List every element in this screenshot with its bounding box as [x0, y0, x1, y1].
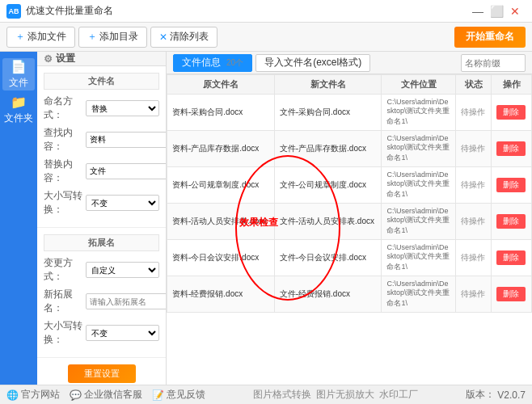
- cell-new-1: 文件-产品库存数据.docx: [274, 131, 382, 167]
- ext-change-select[interactable]: 自定义: [86, 262, 159, 278]
- cell-action-5: 删除: [492, 276, 532, 313]
- table-row: 资料-产品库存数据.docx 文件-产品库存数据.docx C:\Users\a…: [167, 131, 532, 167]
- version-info: 版本： V2.0.7: [466, 388, 526, 402]
- cell-action-0: 删除: [492, 95, 532, 131]
- add-folder-icon: ＋: [87, 30, 97, 44]
- delete-button-5[interactable]: 删除: [496, 287, 526, 301]
- file-count-badge: 20个: [226, 58, 243, 67]
- table-row: 资料-经费报销.docx 文件-经费报销.docx C:\Users\admin…: [167, 276, 532, 313]
- col-location: 文件位置: [382, 75, 456, 95]
- close-button[interactable]: ✕: [508, 5, 522, 18]
- cell-location-0: C:\Users\admin\Desktop\测试文件夹重命名1\: [382, 95, 456, 131]
- col-action: 操作: [492, 75, 532, 95]
- sidebar-item-file[interactable]: 📄 文件: [2, 58, 35, 90]
- cell-original-1: 资料-产品库存数据.docx: [167, 131, 275, 167]
- sidebar-item-folder[interactable]: 📁 文件夹: [2, 94, 35, 126]
- col-original: 原文件名: [167, 75, 275, 95]
- delete-button-2[interactable]: 删除: [496, 178, 526, 192]
- table-row: 资料-采购合同.docx 文件-采购合同.docx C:\Users\admin…: [167, 95, 532, 131]
- footer-wechat[interactable]: 💬 企业微信客服: [70, 388, 142, 402]
- cell-location-2: C:\Users\admin\Desktop\测试文件夹重命名1\: [382, 167, 456, 204]
- table-row: 资料-活动人员安排表.docx 文件-活动人员安排表.docx C:\Users…: [167, 204, 532, 240]
- cell-new-0: 文件-采购合同.docx: [274, 95, 382, 131]
- search-input[interactable]: [86, 132, 167, 148]
- filename-settings: 文件名 命名方式： 替换 查找内容： 替换内容： 大小写转换： 不变: [37, 66, 166, 228]
- filename-section-title: 文件名: [44, 73, 159, 90]
- cell-action-4: 删除: [492, 240, 532, 276]
- ext-case-label: 大小写转换：: [44, 319, 86, 347]
- cell-location-5: C:\Users\admin\Desktop\测试文件夹重命名1\: [382, 276, 456, 313]
- footer-feedback[interactable]: 📝 意见反馈: [152, 388, 205, 402]
- window-controls[interactable]: — ⬜ ✕: [470, 5, 522, 18]
- tab-file-info[interactable]: 文件信息 20个: [173, 54, 252, 72]
- reset-button[interactable]: 重置设置: [68, 364, 136, 383]
- maximize-button[interactable]: ⬜: [488, 5, 506, 18]
- footer-tool-img-upscale[interactable]: 图片无损放大: [316, 388, 374, 402]
- case-row: 大小写转换： 不变: [44, 189, 159, 217]
- naming-mode-row: 命名方式： 替换: [44, 95, 159, 122]
- delete-button-1[interactable]: 删除: [496, 141, 526, 156]
- replace-input[interactable]: [86, 163, 167, 179]
- delete-button-0[interactable]: 删除: [496, 105, 526, 120]
- naming-mode-select[interactable]: 替换: [86, 100, 159, 116]
- footer-tools: 图片格式转换 图片无损放大 水印工厂: [253, 388, 418, 402]
- footer-tool-watermark[interactable]: 水印工厂: [379, 388, 418, 402]
- search-row: 查找内容：: [44, 126, 159, 154]
- cell-original-0: 资料-采购合同.docx: [167, 95, 275, 131]
- col-new: 新文件名: [274, 75, 382, 95]
- ext-new-row: 新拓展名：: [44, 288, 159, 315]
- add-file-icon: ＋: [15, 30, 25, 44]
- ext-new-label: 新拓展名：: [44, 288, 86, 315]
- cell-original-5: 资料-经费报销.docx: [167, 276, 275, 313]
- add-file-button[interactable]: ＋ 添加文件: [6, 27, 75, 48]
- add-folder-button[interactable]: ＋ 添加目录: [78, 27, 147, 48]
- search-label: 查找内容：: [44, 126, 86, 154]
- table-header-row: 原文件名 新文件名 文件位置 状态 操作: [167, 75, 532, 95]
- wechat-icon: 💬: [70, 389, 82, 401]
- table-row: 资料-今日会议安排.docx 文件-今日会议安排.docx C:\Users\a…: [167, 240, 532, 276]
- clear-list-button[interactable]: ✕ 清除列表: [150, 27, 217, 48]
- table-row: 资料-公司规章制度.docx 文件-公司规章制度.docx C:\Users\a…: [167, 167, 532, 204]
- ext-change-row: 变更方式： 自定义: [44, 256, 159, 284]
- delete-button-4[interactable]: 删除: [496, 250, 526, 265]
- footer: 🌐 官方网站 💬 企业微信客服 📝 意见反馈 图片格式转换 图片无损放大 水印工…: [0, 385, 532, 404]
- cell-status-1: 待操作: [456, 131, 492, 167]
- ext-section-title: 拓展名: [44, 234, 159, 251]
- cell-location-1: C:\Users\admin\Desktop\测试文件夹重命名1\: [382, 131, 456, 167]
- feedback-icon: 📝: [152, 389, 164, 401]
- name-prefix-input[interactable]: [461, 54, 526, 72]
- col-status: 状态: [456, 75, 492, 95]
- title-bar: AB 优速文件批量重命名 — ⬜ ✕: [0, 0, 532, 23]
- cell-original-2: 资料-公司规章制度.docx: [167, 167, 275, 204]
- case-select[interactable]: 不变: [86, 195, 159, 211]
- ext-new-input[interactable]: [86, 293, 167, 309]
- replace-label: 替换内容：: [44, 158, 86, 185]
- naming-mode-label: 命名方式：: [44, 95, 86, 122]
- clear-icon: ✕: [159, 32, 167, 43]
- folder-icon: 📁: [11, 95, 27, 110]
- start-rename-button[interactable]: 开始重命名: [454, 27, 526, 48]
- cell-location-4: C:\Users\admin\Desktop\测试文件夹重命名1\: [382, 240, 456, 276]
- ext-case-select[interactable]: 不变: [86, 325, 159, 341]
- file-icon: 📄: [11, 59, 27, 74]
- delete-button-3[interactable]: 删除: [496, 214, 526, 229]
- main-area: 📄 文件 📁 文件夹 ⚙ 设置 文件名 命名方式： 替换 查找内容：: [0, 52, 532, 385]
- cell-action-1: 删除: [492, 131, 532, 167]
- data-header: 文件信息 20个 导入文件名(excel格式): [167, 52, 532, 74]
- app-logo: AB: [6, 4, 21, 19]
- minimize-button[interactable]: —: [470, 5, 486, 18]
- settings-header: ⚙ 设置: [37, 52, 166, 66]
- cell-location-3: C:\Users\admin\Desktop\测试文件夹重命名1\: [382, 204, 456, 240]
- gear-icon: ⚙: [44, 53, 53, 65]
- sidebar: 📄 文件 📁 文件夹: [0, 52, 37, 385]
- cell-status-3: 待操作: [456, 204, 492, 240]
- cell-action-2: 删除: [492, 167, 532, 204]
- cell-status-0: 待操作: [456, 95, 492, 131]
- footer-tool-img-convert[interactable]: 图片格式转换: [253, 388, 311, 402]
- cell-status-4: 待操作: [456, 240, 492, 276]
- table-wrapper: 效果检查 原文件名 新文件名 文件位置 状态 操作 资料-采购合同.docx 文…: [167, 74, 532, 385]
- cell-action-3: 删除: [492, 204, 532, 240]
- tab-import-excel[interactable]: 导入文件名(excel格式): [255, 54, 370, 72]
- case-label: 大小写转换：: [44, 189, 86, 217]
- footer-website[interactable]: 🌐 官方网站: [6, 388, 60, 402]
